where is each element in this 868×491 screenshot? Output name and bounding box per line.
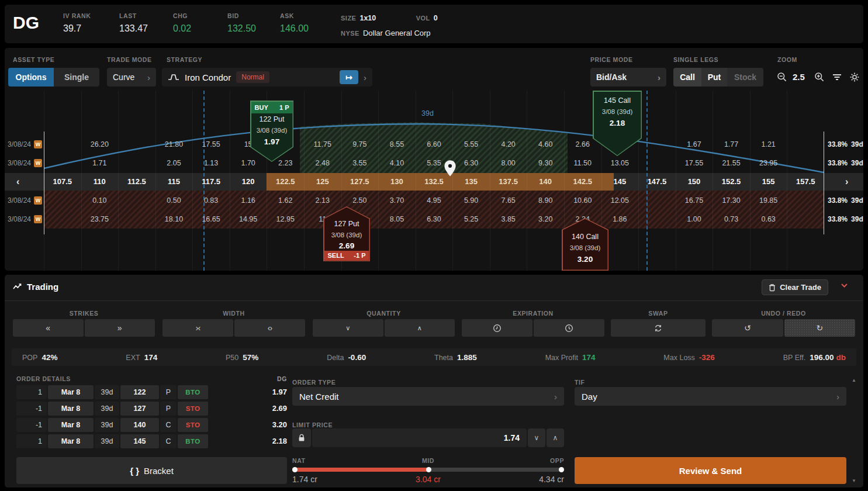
order-putcall[interactable]: C: [160, 418, 177, 432]
order-leg-row[interactable]: 1Mar 839d122PBTO: [16, 385, 208, 399]
order-qty[interactable]: -1: [16, 402, 47, 416]
strike-label[interactable]: 130: [378, 173, 416, 191]
opp-handle[interactable]: [559, 467, 564, 472]
legs-call[interactable]: Call: [673, 68, 701, 87]
chain-value[interactable]: 0.50: [155, 196, 193, 205]
expiration-label[interactable]: 3/08/24W: [5, 140, 44, 148]
chain-value[interactable]: 4.20: [490, 140, 527, 149]
order-putcall[interactable]: P: [160, 402, 177, 416]
expiration-label[interactable]: 3/08/24W: [5, 159, 44, 167]
expiration-label[interactable]: 3/08/24W: [5, 196, 44, 205]
clear-trade-button[interactable]: Clear Trade: [762, 279, 828, 295]
price-mode-select[interactable]: Bid/Ask ›: [590, 68, 666, 87]
leg-badge-buy-call[interactable]: 145 Call 3/08 (39d) 2.18: [593, 91, 642, 156]
chain-value[interactable]: 1.13: [192, 158, 230, 168]
chain-value[interactable]: 4.10: [378, 158, 416, 168]
leg-badge-sell-put[interactable]: 127 Put 3/08 (39d) 2.69 SELL-1 P: [323, 206, 370, 261]
chain-value[interactable]: 2.13: [304, 196, 341, 205]
order-leg-row[interactable]: 1Mar 839d145CBTO: [16, 434, 208, 448]
expiration-later-button[interactable]: [534, 319, 604, 337]
option-chain-chart[interactable]: 39d 107.511026.201.710.1023.75112.511521…: [44, 91, 824, 271]
quantity-down-button[interactable]: ∨: [313, 319, 383, 337]
order-side[interactable]: BTO: [178, 434, 208, 448]
lock-icon[interactable]: [292, 428, 311, 447]
strike-label[interactable]: 135: [452, 173, 490, 191]
order-dte[interactable]: 39d: [95, 434, 119, 448]
strategy-bar[interactable]: Iron Condor Normal ↦ ›: [162, 68, 372, 87]
order-strike[interactable]: 122: [120, 385, 159, 399]
expiration-label[interactable]: 3/08/24W: [5, 215, 44, 223]
chain-value[interactable]: 2.50: [341, 196, 379, 205]
chain-value[interactable]: 21.80: [155, 140, 193, 149]
order-date[interactable]: Mar 8: [48, 434, 94, 448]
strike-scroll-left[interactable]: ‹: [16, 173, 19, 191]
chain-value[interactable]: 19.85: [750, 196, 787, 205]
strike-label[interactable]: 147.5: [638, 173, 676, 191]
chain-value[interactable]: 3.85: [490, 215, 527, 224]
chain-value[interactable]: 3.55: [341, 158, 379, 168]
strike-label[interactable]: 110: [81, 173, 119, 191]
order-side[interactable]: BTO: [178, 385, 208, 399]
chain-value[interactable]: 21.55: [713, 158, 750, 168]
chain-value[interactable]: 12.05: [601, 196, 639, 205]
chain-value[interactable]: 1.77: [713, 140, 750, 149]
gear-icon[interactable]: [849, 71, 860, 83]
chain-value[interactable]: 0.10: [81, 196, 119, 205]
chain-value[interactable]: 16.65: [192, 215, 230, 224]
strike-label[interactable]: 137.5: [490, 173, 527, 191]
order-leg-row[interactable]: -1Mar 839d140CSTO: [16, 418, 208, 432]
chain-value[interactable]: 0.73: [713, 215, 750, 224]
order-dte[interactable]: 39d: [95, 402, 119, 416]
chain-value[interactable]: 23.95: [750, 158, 787, 168]
chain-value[interactable]: 9.75: [341, 140, 379, 149]
limit-price-input[interactable]: 1.74: [312, 428, 527, 447]
chain-value[interactable]: 5.90: [452, 196, 490, 205]
strike-label[interactable]: 127.5: [341, 173, 379, 191]
asset-type-single[interactable]: Single: [54, 68, 99, 87]
chain-value[interactable]: 10.60: [564, 196, 601, 205]
strike-label[interactable]: 145: [601, 173, 639, 191]
limit-price-up-stepper[interactable]: ∧: [547, 428, 564, 447]
strike-density-icon[interactable]: [831, 71, 843, 83]
chain-value[interactable]: 1.00: [676, 215, 713, 224]
bracket-button[interactable]: { } Bracket: [16, 457, 287, 484]
strikes-up-button[interactable]: »: [85, 319, 155, 337]
legs-put[interactable]: Put: [701, 68, 727, 87]
order-strike[interactable]: 127: [120, 402, 159, 416]
chain-value[interactable]: 11.75: [304, 140, 341, 149]
chain-value[interactable]: 17.55: [192, 140, 230, 149]
order-date[interactable]: Mar 8: [48, 402, 94, 416]
chain-value[interactable]: 1.71: [81, 158, 119, 168]
undo-button[interactable]: ↺: [712, 319, 783, 337]
quantity-up-button[interactable]: ∧: [385, 319, 455, 337]
order-side[interactable]: STO: [178, 418, 208, 432]
order-date[interactable]: Mar 8: [48, 418, 94, 432]
order-strike[interactable]: 145: [120, 434, 159, 448]
scroll-up-icon[interactable]: ▲: [852, 378, 856, 383]
strike-label[interactable]: 115: [155, 173, 193, 191]
swap-button[interactable]: [611, 319, 706, 337]
chain-value[interactable]: 8.90: [527, 196, 564, 205]
chain-value[interactable]: 6.60: [416, 140, 453, 149]
order-leg-row[interactable]: -1Mar 839d127PSTO: [16, 402, 208, 416]
apply-strategy-button[interactable]: ↦: [340, 70, 358, 84]
strike-label[interactable]: 155: [750, 173, 787, 191]
chain-value[interactable]: 0.63: [750, 215, 787, 224]
order-qty[interactable]: 1: [16, 385, 47, 399]
order-qty[interactable]: -1: [16, 418, 47, 432]
chain-value[interactable]: 9.30: [527, 158, 564, 168]
chain-value[interactable]: 6.30: [416, 215, 453, 224]
review-send-button[interactable]: Review & Send: [575, 457, 846, 484]
strike-label[interactable]: 157.5: [787, 173, 824, 191]
chain-value[interactable]: 7.65: [490, 196, 527, 205]
order-type-select[interactable]: Net Credit ›: [292, 387, 564, 406]
chain-value[interactable]: 16.75: [676, 196, 713, 205]
strikes-down-button[interactable]: «: [13, 319, 84, 337]
order-qty[interactable]: 1: [16, 434, 47, 448]
current-price-pin[interactable]: [444, 160, 457, 177]
chain-value[interactable]: 1.62: [267, 196, 304, 205]
legs-stock[interactable]: Stock: [727, 68, 763, 87]
order-putcall[interactable]: C: [160, 434, 177, 448]
chain-value[interactable]: 1.21: [750, 140, 787, 149]
collapse-chevron-icon[interactable]: [841, 283, 848, 288]
